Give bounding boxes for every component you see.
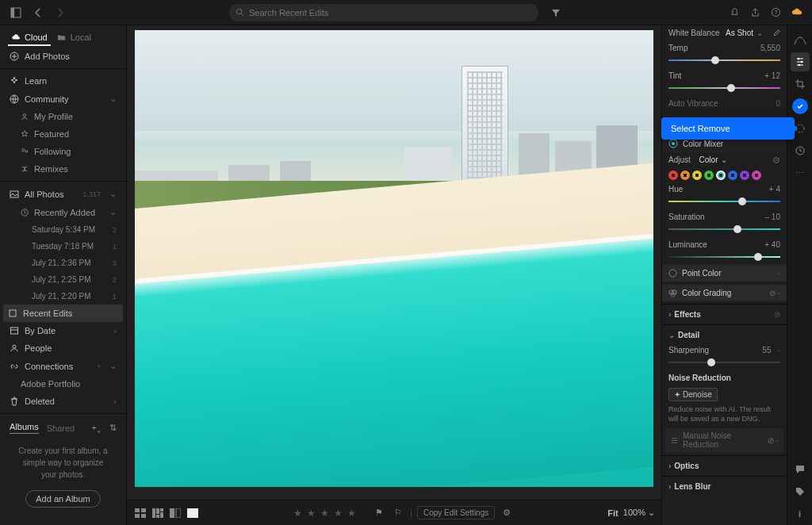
sharpening-slider[interactable] <box>668 358 780 366</box>
nav-portfolio[interactable]: Adobe Portfolio <box>0 375 126 393</box>
filmstrip: ★ ★ ★ ★ ★ ⚑ ⚐ | Copy Edit Settings ⚙ Fit… <box>127 500 661 525</box>
effects-header[interactable]: ›Effects⊘ <box>662 307 787 322</box>
share-icon[interactable] <box>745 3 764 22</box>
white-balance-row[interactable]: White Balance As Shot⌄ <box>662 25 787 40</box>
nav-following[interactable]: Following <box>0 143 126 160</box>
recent-item[interactable]: July 21, 2:25 PM2 <box>0 271 126 288</box>
search-input[interactable] <box>249 8 532 17</box>
tint-slider[interactable] <box>668 84 780 92</box>
tab-local[interactable]: Local <box>54 30 94 46</box>
folder-icon <box>57 33 67 41</box>
luminance-slider[interactable] <box>668 253 780 261</box>
nav-all-photos[interactable]: All Photos1,317⌄ <box>0 185 126 203</box>
info-icon[interactable]: i <box>791 504 810 523</box>
view-grid-icon[interactable] <box>133 507 147 519</box>
color-swatch[interactable] <box>728 171 737 180</box>
copy-settings-button[interactable]: Copy Edit Settings <box>417 506 495 519</box>
svg-rect-20 <box>156 508 159 514</box>
crop-tool[interactable] <box>791 75 810 94</box>
zoom-level[interactable]: 100% ⌄ <box>623 508 655 518</box>
add-album-button[interactable]: Add an Album <box>25 490 101 508</box>
view-single-icon[interactable] <box>186 507 200 519</box>
photos-icon <box>10 190 19 199</box>
manual-noise-reduction[interactable]: Manual Noise Reduction⊘ ◦ <box>665 428 783 452</box>
flag-pick-icon[interactable]: ⚑ <box>372 507 386 519</box>
nav-my-profile[interactable]: My Profile <box>0 108 126 125</box>
color-swatch[interactable] <box>752 171 761 180</box>
nav-by-date[interactable]: By Date› <box>0 322 126 339</box>
recent-item[interactable]: July 21, 2:36 PM3 <box>0 255 126 271</box>
optics-header[interactable]: ›Optics <box>662 458 787 473</box>
rating-star[interactable]: ★ <box>293 508 302 519</box>
tab-cloud[interactable]: Cloud <box>8 30 51 46</box>
svg-rect-19 <box>152 508 155 518</box>
view-compare-icon[interactable] <box>168 507 182 519</box>
view-masonry-icon[interactable] <box>151 507 165 519</box>
nav-connections[interactable]: Connections+⌄ <box>0 357 126 375</box>
rating-star[interactable]: ★ <box>334 508 343 519</box>
rating-star[interactable]: ★ <box>307 508 316 519</box>
histogram-tool[interactable] <box>791 30 810 49</box>
nav-featured[interactable]: Featured <box>0 125 126 143</box>
eyedropper-icon[interactable] <box>772 29 780 37</box>
color-grading-header[interactable]: Color Grading⊘ ◦ <box>662 285 787 301</box>
image-canvas[interactable] <box>135 30 653 487</box>
zoom-fit[interactable]: Fit <box>607 508 618 518</box>
nav-people[interactable]: People <box>0 339 126 357</box>
versions-tool[interactable] <box>791 141 810 160</box>
target-icon[interactable] <box>772 156 780 164</box>
flag-reject-icon[interactable]: ⚐ <box>391 507 405 519</box>
cloud-sync-icon[interactable] <box>787 3 806 22</box>
settings-gear-icon[interactable]: ⚙ <box>500 507 514 519</box>
more-tool[interactable]: ⋯ <box>791 163 810 182</box>
tab-albums[interactable]: Albums <box>10 422 39 434</box>
home-icon[interactable] <box>6 3 25 22</box>
svg-point-30 <box>776 159 777 161</box>
rating-star[interactable]: ★ <box>347 508 356 519</box>
color-swatch[interactable] <box>704 171 714 180</box>
star-icon <box>21 130 29 138</box>
svg-rect-15 <box>135 508 140 512</box>
svg-point-36 <box>800 61 802 63</box>
color-swatch[interactable] <box>692 171 702 180</box>
color-swatch[interactable] <box>668 171 678 180</box>
add-photos-button[interactable]: Add Photos <box>0 48 126 65</box>
nav-remixes[interactable]: Remixes <box>0 160 126 178</box>
adjust-row[interactable]: Adjust Color⌄ <box>662 152 787 167</box>
nav-deleted[interactable]: Deleted› <box>0 393 126 410</box>
comments-icon[interactable] <box>791 460 810 479</box>
clock-icon <box>21 209 29 217</box>
add-icon[interactable]: +ˬ <box>92 423 102 433</box>
saturation-slider[interactable] <box>668 225 780 233</box>
lens-blur-header[interactable]: ›Lens Blur <box>662 479 787 494</box>
sort-icon[interactable]: ⇅ <box>109 423 117 433</box>
point-color-header[interactable]: Point Color◦ <box>662 265 787 282</box>
recent-item[interactable]: July 21, 2:20 PM1 <box>0 288 126 305</box>
globe-icon <box>10 94 19 104</box>
edit-sliders-tool[interactable] <box>791 52 810 71</box>
nav-recently-added[interactable]: Recently Added⌄ <box>0 203 126 221</box>
following-icon <box>21 148 29 155</box>
hue-slider[interactable] <box>668 197 780 205</box>
nav-community[interactable]: Community⌄ <box>0 90 126 108</box>
tab-shared[interactable]: Shared <box>47 423 75 433</box>
help-icon[interactable]: ? <box>766 3 785 22</box>
nav-learn[interactable]: Learn <box>0 72 126 90</box>
color-swatch[interactable] <box>680 171 690 180</box>
nav-recent-edits[interactable]: Recent Edits <box>3 305 123 322</box>
color-swatch[interactable] <box>740 171 749 180</box>
heal-tool[interactable] <box>791 97 810 116</box>
back-button[interactable] <box>29 3 48 22</box>
search-bar[interactable] <box>229 4 538 21</box>
color-swatch[interactable] <box>716 171 726 180</box>
detail-header[interactable]: ⌄Detail <box>662 328 787 343</box>
rating-star[interactable]: ★ <box>320 508 329 519</box>
tag-icon[interactable] <box>791 482 810 501</box>
recent-item[interactable]: Saturday 5:34 PM2 <box>0 221 126 238</box>
recent-item[interactable]: Tuesday 7:18 PM1 <box>0 238 126 255</box>
filter-icon[interactable] <box>546 3 565 22</box>
denoise-button[interactable]: ✦Denoise <box>668 388 718 401</box>
temp-slider[interactable] <box>668 56 780 64</box>
tint-label: Tint <box>668 71 761 80</box>
bell-icon[interactable] <box>725 3 744 22</box>
